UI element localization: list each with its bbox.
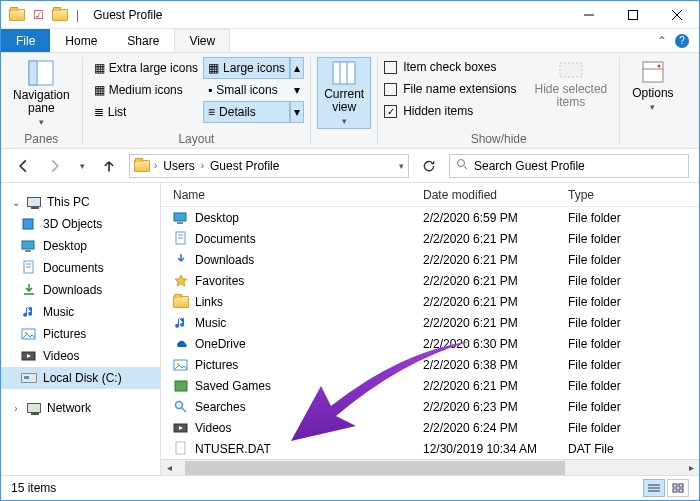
- svg-line-33: [182, 408, 186, 412]
- close-button[interactable]: [655, 1, 699, 29]
- column-headers[interactable]: Name Date modified Type: [161, 183, 699, 207]
- layout-expand[interactable]: ▾: [290, 101, 304, 123]
- item-icon: [21, 217, 37, 231]
- col-name[interactable]: Name: [173, 188, 423, 202]
- scroll-left-icon[interactable]: ◂: [161, 460, 177, 476]
- layout-large[interactable]: ▦Large icons: [203, 57, 290, 79]
- chevron-right-icon[interactable]: ›: [154, 160, 157, 171]
- expand-down-icon[interactable]: ⌄: [11, 197, 21, 208]
- view-details-button[interactable]: [643, 479, 665, 497]
- scroll-right-icon[interactable]: ▸: [683, 460, 699, 476]
- sidebar-item[interactable]: Downloads: [1, 279, 160, 301]
- check-hidden-items[interactable]: ✓Hidden items: [384, 101, 516, 121]
- hide-icon: [558, 59, 584, 81]
- item-icon: [21, 349, 37, 363]
- up-button[interactable]: [97, 154, 121, 178]
- sidebar-item[interactable]: 3D Objects: [1, 213, 160, 235]
- current-view-button[interactable]: Current view ▾: [317, 57, 371, 129]
- col-date[interactable]: Date modified: [423, 188, 568, 202]
- chevron-right-icon[interactable]: ›: [201, 160, 204, 171]
- recent-dropdown[interactable]: ▾: [75, 154, 89, 178]
- file-list: Name Date modified Type Desktop2/2/2020 …: [161, 183, 699, 475]
- view-thumbnails-button[interactable]: [667, 479, 689, 497]
- layout-scroll-up[interactable]: ▴: [290, 57, 304, 79]
- chevron-down-icon[interactable]: ▾: [399, 161, 404, 171]
- item-icon: [21, 282, 37, 298]
- table-row[interactable]: Saved Games2/2/2020 6:21 PMFile folder: [161, 375, 699, 396]
- options-button[interactable]: Options ▾: [626, 57, 679, 114]
- body: ⌄This PC 3D ObjectsDesktopDocumentsDownl…: [1, 183, 699, 475]
- layout-medium[interactable]: ▦Medium icons: [89, 79, 203, 101]
- crumb-users[interactable]: Users: [161, 159, 196, 173]
- grid-icon: ▦: [94, 61, 105, 75]
- help-icon[interactable]: ?: [675, 34, 689, 48]
- sidebar-item[interactable]: Music: [1, 301, 160, 323]
- sidebar-item[interactable]: Documents: [1, 257, 160, 279]
- list-icon: ≣: [94, 105, 104, 119]
- grid-icon: ▪: [208, 83, 212, 97]
- table-row[interactable]: OneDrive2/2/2020 6:30 PMFile folder: [161, 333, 699, 354]
- table-row[interactable]: Links2/2/2020 6:21 PMFile folder: [161, 291, 699, 312]
- svg-rect-31: [175, 381, 187, 391]
- tab-home[interactable]: Home: [50, 29, 112, 52]
- svg-rect-25: [177, 222, 183, 224]
- sidebar-network[interactable]: ›Network: [1, 397, 160, 419]
- layout-details[interactable]: ≡Details: [203, 101, 290, 123]
- svg-rect-35: [176, 442, 185, 454]
- refresh-button[interactable]: [417, 154, 441, 178]
- grid-icon: ▦: [208, 61, 219, 75]
- sidebar-item[interactable]: Pictures: [1, 323, 160, 345]
- layout-extra-large[interactable]: ▦Extra large icons: [89, 57, 203, 79]
- table-row[interactable]: Pictures2/2/2020 6:38 PMFile folder: [161, 354, 699, 375]
- searches-icon: [173, 399, 189, 415]
- navigation-pane-button[interactable]: Navigation pane ▾: [7, 57, 76, 129]
- sidebar-item[interactable]: Desktop: [1, 235, 160, 257]
- check-item-checkboxes[interactable]: Item check boxes: [384, 57, 516, 77]
- check-file-ext[interactable]: File name extensions: [384, 79, 516, 99]
- breadcrumb[interactable]: › Users › Guest Profile ▾: [129, 154, 409, 178]
- scroll-thumb[interactable]: [185, 461, 565, 475]
- expand-right-icon[interactable]: ›: [11, 403, 21, 414]
- table-row[interactable]: NTUSER.DAT12/30/2019 10:34 AMDAT File: [161, 438, 699, 459]
- table-row[interactable]: Desktop2/2/2020 6:59 PMFile folder: [161, 207, 699, 228]
- layout-small[interactable]: ▪Small icons: [203, 79, 290, 101]
- tab-file[interactable]: File: [1, 29, 50, 52]
- table-row[interactable]: Favorites2/2/2020 6:21 PMFile folder: [161, 270, 699, 291]
- layout-list[interactable]: ≣List: [89, 101, 203, 123]
- sidebar: ⌄This PC 3D ObjectsDesktopDocumentsDownl…: [1, 183, 161, 475]
- maximize-button[interactable]: [611, 1, 655, 29]
- sidebar-this-pc[interactable]: ⌄This PC: [1, 191, 160, 213]
- checkbox-checked-icon: ✓: [384, 105, 397, 118]
- saved-icon: [173, 379, 189, 393]
- col-type[interactable]: Type: [568, 188, 594, 202]
- crumb-guest[interactable]: Guest Profile: [208, 159, 281, 173]
- table-row[interactable]: Music2/2/2020 6:21 PMFile folder: [161, 312, 699, 333]
- svg-point-13: [458, 160, 465, 167]
- tab-view[interactable]: View: [174, 29, 230, 52]
- folder-icon: [134, 160, 150, 172]
- svg-rect-42: [679, 489, 683, 492]
- music-icon: [173, 315, 189, 331]
- layout-scroll-down[interactable]: ▾: [290, 79, 304, 101]
- sidebar-item[interactable]: Videos: [1, 345, 160, 367]
- table-row[interactable]: Searches2/2/2020 6:23 PMFile folder: [161, 396, 699, 417]
- svg-rect-39: [673, 484, 677, 487]
- horizontal-scrollbar[interactable]: ◂ ▸: [161, 459, 699, 475]
- sidebar-item[interactable]: Local Disk (C:): [1, 367, 160, 389]
- table-row[interactable]: Documents2/2/2020 6:21 PMFile folder: [161, 228, 699, 249]
- checkbox-icon[interactable]: ☑: [33, 8, 44, 22]
- back-button[interactable]: [11, 154, 35, 178]
- chevron-up-icon[interactable]: ⌃: [657, 34, 667, 48]
- item-icon: [21, 260, 37, 276]
- search-input[interactable]: Search Guest Profile: [449, 154, 689, 178]
- minimize-button[interactable]: [567, 1, 611, 29]
- hide-selected-button[interactable]: Hide selected items: [529, 57, 614, 111]
- forward-button[interactable]: [43, 154, 67, 178]
- table-row[interactable]: Videos2/2/2020 6:24 PMFile folder: [161, 417, 699, 438]
- documents-icon: [173, 231, 189, 247]
- qat-separator: |: [76, 8, 79, 22]
- grid-icon: ▦: [94, 83, 105, 97]
- favorites-icon: [173, 273, 189, 289]
- table-row[interactable]: Downloads2/2/2020 6:21 PMFile folder: [161, 249, 699, 270]
- tab-share[interactable]: Share: [112, 29, 174, 52]
